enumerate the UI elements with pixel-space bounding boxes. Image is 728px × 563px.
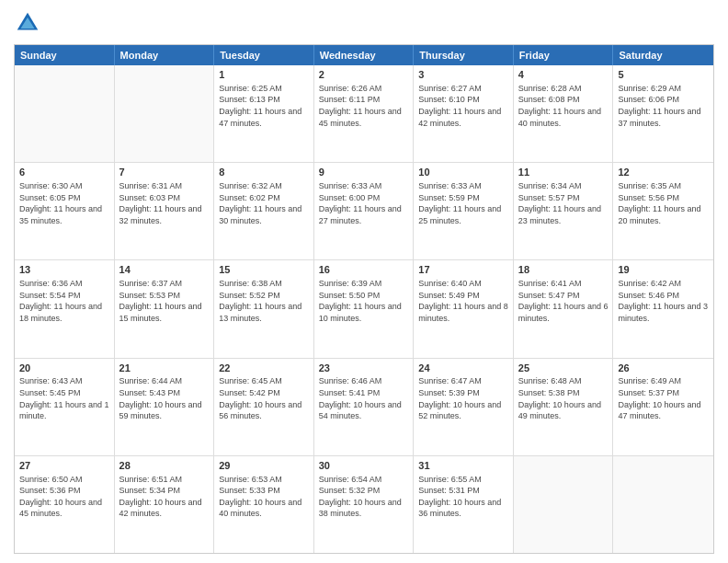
calendar-cell: 25Sunrise: 6:48 AM Sunset: 5:38 PM Dayli…	[514, 359, 614, 455]
day-number: 10	[418, 166, 508, 179]
cell-info: Sunrise: 6:41 AM Sunset: 5:47 PM Dayligh…	[518, 278, 609, 324]
day-number: 31	[418, 459, 508, 473]
day-number: 2	[319, 68, 409, 82]
calendar-cell	[514, 456, 614, 553]
calendar-header: SundayMondayTuesdayWednesdayThursdayFrid…	[15, 45, 713, 65]
cell-info: Sunrise: 6:26 AM Sunset: 6:11 PM Dayligh…	[319, 83, 409, 129]
day-number: 23	[319, 362, 409, 375]
calendar-row-2: 13Sunrise: 6:36 AM Sunset: 5:54 PM Dayli…	[15, 259, 713, 357]
calendar-row-4: 27Sunrise: 6:50 AM Sunset: 5:36 PM Dayli…	[15, 455, 713, 553]
cell-info: Sunrise: 6:31 AM Sunset: 6:03 PM Dayligh…	[119, 180, 210, 226]
cell-info: Sunrise: 6:53 AM Sunset: 5:33 PM Dayligh…	[219, 474, 309, 520]
logo	[14, 9, 45, 37]
cell-info: Sunrise: 6:54 AM Sunset: 5:32 PM Dayligh…	[319, 474, 409, 520]
day-number: 30	[319, 459, 409, 473]
cell-info: Sunrise: 6:44 AM Sunset: 5:43 PM Dayligh…	[119, 375, 210, 421]
day-number: 21	[119, 362, 210, 375]
day-number: 27	[19, 459, 109, 473]
calendar-cell: 6Sunrise: 6:30 AM Sunset: 6:05 PM Daylig…	[15, 163, 115, 259]
day-number: 5	[618, 68, 709, 82]
calendar: SundayMondayTuesdayWednesdayThursdayFrid…	[14, 44, 714, 554]
calendar-cell: 29Sunrise: 6:53 AM Sunset: 5:33 PM Dayli…	[214, 456, 314, 553]
calendar-cell: 15Sunrise: 6:38 AM Sunset: 5:52 PM Dayli…	[214, 260, 314, 357]
cell-info: Sunrise: 6:45 AM Sunset: 5:42 PM Dayligh…	[219, 375, 309, 421]
cell-info: Sunrise: 6:35 AM Sunset: 5:56 PM Dayligh…	[618, 180, 709, 226]
calendar-cell: 24Sunrise: 6:47 AM Sunset: 5:39 PM Dayli…	[414, 359, 514, 455]
day-number: 1	[219, 68, 309, 82]
header-day-friday: Friday	[514, 45, 614, 65]
calendar-cell: 10Sunrise: 6:33 AM Sunset: 5:59 PM Dayli…	[414, 163, 514, 259]
header-day-thursday: Thursday	[414, 45, 514, 65]
day-number: 8	[219, 166, 309, 179]
calendar-cell: 13Sunrise: 6:36 AM Sunset: 5:54 PM Dayli…	[15, 260, 115, 357]
calendar-cell: 9Sunrise: 6:33 AM Sunset: 6:00 PM Daylig…	[314, 163, 415, 259]
cell-info: Sunrise: 6:48 AM Sunset: 5:38 PM Dayligh…	[518, 375, 609, 421]
calendar-cell: 31Sunrise: 6:55 AM Sunset: 5:31 PM Dayli…	[414, 456, 514, 553]
day-number: 6	[19, 166, 109, 179]
day-number: 16	[319, 263, 409, 277]
cell-info: Sunrise: 6:39 AM Sunset: 5:50 PM Dayligh…	[319, 278, 409, 324]
calendar-body: 1Sunrise: 6:25 AM Sunset: 6:13 PM Daylig…	[15, 65, 713, 553]
calendar-cell: 19Sunrise: 6:42 AM Sunset: 5:46 PM Dayli…	[613, 260, 713, 357]
calendar-cell	[15, 65, 115, 162]
day-number: 4	[518, 68, 609, 82]
calendar-cell: 21Sunrise: 6:44 AM Sunset: 5:43 PM Dayli…	[115, 359, 215, 455]
cell-info: Sunrise: 6:25 AM Sunset: 6:13 PM Dayligh…	[219, 83, 309, 129]
cell-info: Sunrise: 6:27 AM Sunset: 6:10 PM Dayligh…	[418, 83, 508, 129]
day-number: 13	[19, 263, 109, 277]
day-number: 24	[418, 362, 508, 375]
cell-info: Sunrise: 6:43 AM Sunset: 5:45 PM Dayligh…	[19, 375, 109, 421]
day-number: 7	[119, 166, 210, 179]
cell-info: Sunrise: 6:32 AM Sunset: 6:02 PM Dayligh…	[219, 180, 309, 226]
day-number: 28	[119, 459, 210, 473]
day-number: 19	[618, 263, 709, 277]
day-number: 17	[418, 263, 508, 277]
calendar-cell: 17Sunrise: 6:40 AM Sunset: 5:49 PM Dayli…	[414, 260, 514, 357]
day-number: 3	[418, 68, 508, 82]
calendar-cell: 2Sunrise: 6:26 AM Sunset: 6:11 PM Daylig…	[314, 65, 415, 162]
day-number: 29	[219, 459, 309, 473]
calendar-cell: 27Sunrise: 6:50 AM Sunset: 5:36 PM Dayli…	[15, 456, 115, 553]
calendar-cell: 4Sunrise: 6:28 AM Sunset: 6:08 PM Daylig…	[514, 65, 614, 162]
cell-info: Sunrise: 6:36 AM Sunset: 5:54 PM Dayligh…	[19, 278, 109, 324]
logo-icon	[14, 9, 41, 37]
calendar-row-0: 1Sunrise: 6:25 AM Sunset: 6:13 PM Daylig…	[15, 65, 713, 162]
calendar-row-3: 20Sunrise: 6:43 AM Sunset: 5:45 PM Dayli…	[15, 358, 713, 455]
calendar-cell: 11Sunrise: 6:34 AM Sunset: 5:57 PM Dayli…	[514, 163, 614, 259]
header-day-monday: Monday	[115, 45, 215, 65]
page: SundayMondayTuesdayWednesdayThursdayFrid…	[0, 0, 728, 563]
calendar-cell	[613, 456, 713, 553]
calendar-cell: 8Sunrise: 6:32 AM Sunset: 6:02 PM Daylig…	[214, 163, 314, 259]
calendar-cell: 3Sunrise: 6:27 AM Sunset: 6:10 PM Daylig…	[414, 65, 514, 162]
calendar-cell: 23Sunrise: 6:46 AM Sunset: 5:41 PM Dayli…	[314, 359, 415, 455]
cell-info: Sunrise: 6:42 AM Sunset: 5:46 PM Dayligh…	[618, 278, 709, 324]
calendar-cell: 28Sunrise: 6:51 AM Sunset: 5:34 PM Dayli…	[115, 456, 215, 553]
header	[14, 9, 714, 37]
header-day-saturday: Saturday	[613, 45, 713, 65]
calendar-cell	[115, 65, 215, 162]
day-number: 14	[119, 263, 210, 277]
calendar-cell: 12Sunrise: 6:35 AM Sunset: 5:56 PM Dayli…	[613, 163, 713, 259]
calendar-cell: 18Sunrise: 6:41 AM Sunset: 5:47 PM Dayli…	[514, 260, 614, 357]
cell-info: Sunrise: 6:28 AM Sunset: 6:08 PM Dayligh…	[518, 83, 609, 129]
day-number: 12	[618, 166, 709, 179]
day-number: 9	[319, 166, 409, 179]
header-day-tuesday: Tuesday	[214, 45, 314, 65]
calendar-cell: 22Sunrise: 6:45 AM Sunset: 5:42 PM Dayli…	[214, 359, 314, 455]
calendar-cell: 30Sunrise: 6:54 AM Sunset: 5:32 PM Dayli…	[314, 456, 415, 553]
calendar-cell: 1Sunrise: 6:25 AM Sunset: 6:13 PM Daylig…	[214, 65, 314, 162]
cell-info: Sunrise: 6:34 AM Sunset: 5:57 PM Dayligh…	[518, 180, 609, 226]
cell-info: Sunrise: 6:55 AM Sunset: 5:31 PM Dayligh…	[418, 474, 508, 520]
day-number: 20	[19, 362, 109, 375]
cell-info: Sunrise: 6:49 AM Sunset: 5:37 PM Dayligh…	[618, 375, 709, 421]
cell-info: Sunrise: 6:38 AM Sunset: 5:52 PM Dayligh…	[219, 278, 309, 324]
calendar-cell: 5Sunrise: 6:29 AM Sunset: 6:06 PM Daylig…	[613, 65, 713, 162]
header-day-sunday: Sunday	[15, 45, 115, 65]
day-number: 18	[518, 263, 609, 277]
cell-info: Sunrise: 6:46 AM Sunset: 5:41 PM Dayligh…	[319, 375, 409, 421]
day-number: 22	[219, 362, 309, 375]
cell-info: Sunrise: 6:33 AM Sunset: 6:00 PM Dayligh…	[319, 180, 409, 226]
calendar-row-1: 6Sunrise: 6:30 AM Sunset: 6:05 PM Daylig…	[15, 162, 713, 259]
cell-info: Sunrise: 6:33 AM Sunset: 5:59 PM Dayligh…	[418, 180, 508, 226]
calendar-cell: 16Sunrise: 6:39 AM Sunset: 5:50 PM Dayli…	[314, 260, 415, 357]
